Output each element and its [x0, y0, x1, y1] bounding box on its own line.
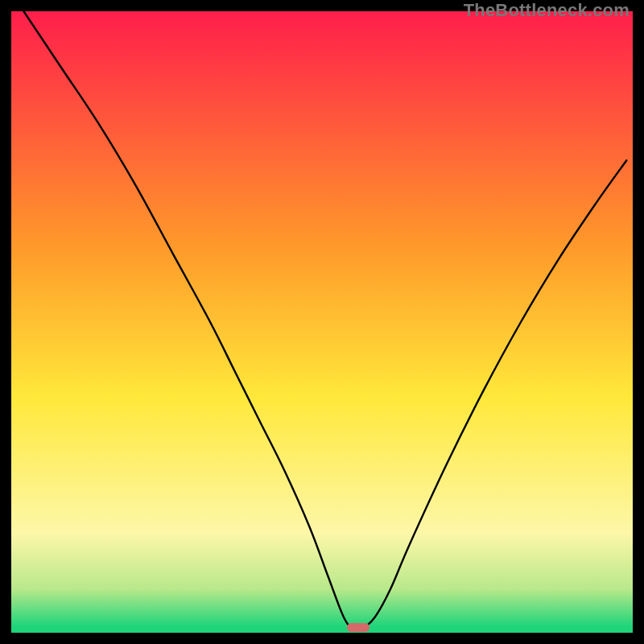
optimal-marker: [347, 623, 369, 632]
chart-frame: TheBottleneck.com: [0, 0, 644, 644]
plot-area: [11, 11, 633, 633]
bottleneck-curve: [11, 11, 633, 633]
watermark-text: TheBottleneck.com: [464, 0, 630, 21]
